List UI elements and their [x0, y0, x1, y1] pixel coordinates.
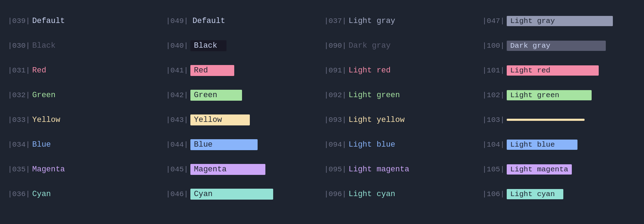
color-code: |047|	[482, 17, 505, 25]
color-code: |096|	[324, 190, 346, 198]
color-code: |091|	[324, 66, 346, 75]
list-item: |036| Cyan	[6, 182, 164, 206]
list-item: |095| Light magenta	[322, 157, 480, 182]
color-code: |092|	[324, 91, 346, 99]
col3: |037| Light gray |090| Dark gray |091| L…	[322, 8, 480, 206]
color-label: Light magenta	[507, 164, 572, 175]
color-code: |041|	[166, 66, 188, 75]
color-label: Light magenta	[346, 164, 412, 175]
color-label: Light gray	[507, 16, 613, 26]
list-item: |093| Light yellow	[322, 107, 480, 132]
color-code: |102|	[482, 91, 505, 99]
list-item: |104|Light blue	[480, 132, 638, 157]
color-label: Cyan	[190, 189, 273, 200]
col4: |047|Light gray|100|Dark gray|101|Light …	[480, 8, 638, 206]
color-label: Light cyan	[507, 189, 563, 199]
color-code: |046|	[166, 190, 188, 198]
color-code: |043|	[166, 116, 188, 124]
list-item: |102|Light green	[480, 83, 638, 107]
list-item: |042|Green	[164, 83, 322, 107]
color-code: |032|	[8, 91, 30, 99]
color-label: Black	[190, 40, 226, 51]
color-label: Red	[30, 65, 48, 76]
color-code: |035|	[8, 165, 30, 173]
list-item: |030| Black	[6, 33, 164, 58]
list-item: |034| Blue	[6, 132, 164, 157]
list-item: |044|Blue	[164, 132, 322, 157]
color-code: |104|	[482, 141, 505, 149]
list-item: |047|Light gray	[480, 8, 638, 33]
color-code: |040|	[166, 42, 188, 50]
list-item: |092| Light green	[322, 83, 480, 107]
list-item: |037| Light gray	[322, 8, 480, 33]
list-item: |103|	[480, 107, 638, 132]
color-code: |105|	[482, 165, 505, 173]
color-code: |090|	[324, 42, 346, 50]
color-label: Light yellow	[346, 115, 407, 125]
color-label	[507, 119, 585, 121]
color-label: Blue	[30, 140, 53, 150]
color-label: Blue	[190, 139, 258, 150]
color-code: |103|	[482, 116, 505, 124]
list-item: |091| Light red	[322, 58, 480, 83]
color-label: Magenta	[190, 164, 265, 175]
color-label: Dark gray	[507, 41, 606, 51]
list-item: |094| Light blue	[322, 132, 480, 157]
color-code: |039|	[8, 17, 30, 25]
color-code: |101|	[482, 66, 505, 75]
color-label: Yellow	[30, 115, 62, 125]
list-item: |045|Magenta	[164, 157, 322, 182]
color-label: Light green	[507, 90, 592, 100]
color-label: Magenta	[30, 164, 67, 175]
list-item: |035| Magenta	[6, 157, 164, 182]
list-item: |031| Red	[6, 58, 164, 83]
color-label: Yellow	[190, 114, 250, 125]
color-label: Light blue	[507, 140, 577, 150]
list-item: |043|Yellow	[164, 107, 322, 132]
color-label: Light gray	[346, 16, 397, 26]
color-code: |100|	[482, 42, 505, 50]
color-code: |093|	[324, 116, 346, 124]
list-item: |046|Cyan	[164, 182, 322, 206]
list-item: |096| Light cyan	[322, 182, 480, 206]
list-item: |106|Light cyan	[480, 182, 638, 206]
list-item: |049|Default	[164, 8, 322, 33]
list-item: |101|Light red	[480, 58, 638, 83]
color-code: |042|	[166, 91, 188, 99]
color-code: |044|	[166, 141, 188, 149]
color-label: Green	[190, 90, 242, 101]
color-label: Light red	[346, 65, 393, 76]
color-code: |033|	[8, 116, 30, 124]
col1: |039| Default |030| Black |031| Red |032…	[6, 8, 164, 206]
color-label: Dark gray	[346, 41, 393, 51]
color-code: |034|	[8, 141, 30, 149]
list-item: |105|Light magenta	[480, 157, 638, 182]
color-label: Default	[30, 16, 67, 26]
color-code: |036|	[8, 190, 30, 198]
list-item: |039| Default	[6, 8, 164, 33]
terminal-window: |039| Default |030| Black |031| Red |032…	[6, 4, 638, 206]
color-table: |039| Default |030| Black |031| Red |032…	[6, 8, 638, 206]
color-code: |031|	[8, 66, 30, 75]
color-label: Green	[30, 90, 58, 100]
color-label: Light blue	[346, 140, 397, 150]
list-item: |041|Red	[164, 58, 322, 83]
color-label: Light green	[346, 90, 402, 100]
color-code: |045|	[166, 165, 188, 173]
color-code: |094|	[324, 141, 346, 149]
color-code: |030|	[8, 42, 30, 50]
color-label: Default	[190, 16, 227, 26]
list-item: |032| Green	[6, 83, 164, 107]
list-item: |033| Yellow	[6, 107, 164, 132]
color-label: Light red	[507, 65, 599, 76]
color-code: |037|	[324, 17, 346, 25]
list-item: |040|Black	[164, 33, 322, 58]
color-code: |095|	[324, 165, 346, 173]
col2: |049|Default|040|Black|041|Red|042|Green…	[164, 8, 322, 206]
color-label: Red	[190, 65, 234, 76]
color-label: Light cyan	[346, 189, 397, 199]
color-code: |106|	[482, 190, 505, 198]
color-label: Cyan	[30, 189, 53, 199]
list-item: |100|Dark gray	[480, 33, 638, 58]
color-code: |049|	[166, 17, 188, 25]
